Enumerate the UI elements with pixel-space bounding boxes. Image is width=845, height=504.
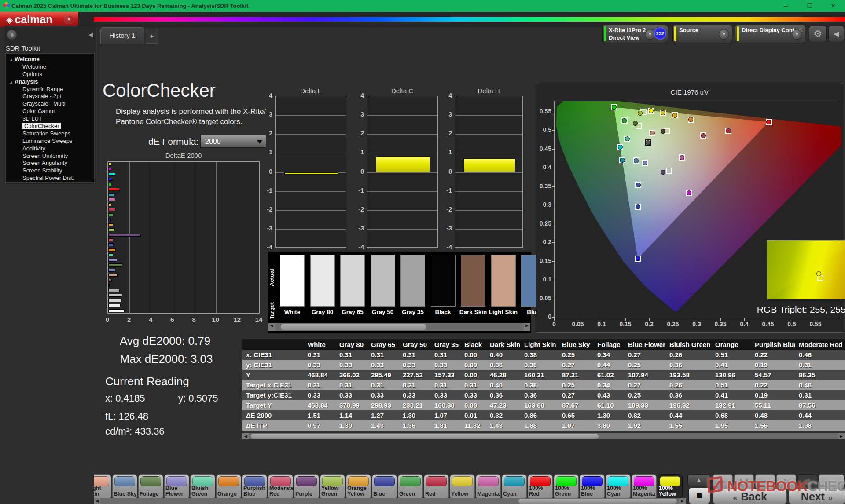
scroll-right-icon[interactable]: ▶ (838, 433, 845, 439)
source-selector[interactable]: Source ▼ (672, 25, 732, 43)
patch-bar-expand-button[interactable]: ▲ (687, 474, 710, 486)
sidebar-item-screen-stability[interactable]: Screen Stability (6, 167, 94, 175)
patch-white[interactable] (280, 255, 305, 307)
patch-button-orange-yellow[interactable]: Orange Yellow (346, 474, 371, 498)
patch-black[interactable] (431, 255, 456, 307)
toolbar-button-2[interactable]: ❚❚ (734, 474, 754, 489)
sidebar-item-spectral-power-dist-[interactable]: Spectral Power Dist. (6, 175, 94, 182)
patch-button-100-blue[interactable]: 100% Blue (580, 474, 605, 498)
sidebar-item-luminance-sweeps[interactable]: Luminance Sweeps (6, 138, 94, 145)
toolbar-button-3[interactable]: ● (755, 474, 775, 489)
sidebar-item-analysis[interactable]: Analysis (6, 78, 94, 86)
sidebar-item-grayscale-2pt[interactable]: Grayscale - 2pt (6, 93, 94, 100)
scroll-right-icon[interactable]: ▶ (524, 323, 530, 331)
patch-gray-80[interactable] (310, 255, 335, 307)
sidebar-item-saturation-sweeps[interactable]: Saturation Sweeps (6, 130, 94, 138)
sidebar-item-welcome[interactable]: Welcome (6, 56, 94, 63)
strip-scrollbar[interactable]: ◀ ▶ (268, 323, 530, 331)
patch-button-blue[interactable]: Blue (372, 474, 397, 498)
close-button[interactable]: ✕ (827, 0, 840, 12)
window-titlebar[interactable]: Calman 2025 Calman Ultimate for Business… (0, 0, 845, 12)
stop-measure-button[interactable]: ■ (688, 488, 710, 504)
de-formula-select[interactable]: 2000 (200, 135, 266, 148)
y-tick: 3 (261, 111, 272, 118)
patch-gray-65[interactable] (340, 255, 365, 307)
deltae-bar-100-yellow (108, 163, 111, 166)
display-control-selector[interactable]: Direct Display Control ▼ (735, 25, 805, 43)
sidebar-item-screen-angularity[interactable]: Screen Angularity (6, 160, 94, 167)
sidebar-item-color-gamut[interactable]: Color Gamut (6, 108, 94, 115)
patch-button-green[interactable]: Green (398, 474, 423, 498)
patch-button-bluish-green[interactable]: Bluish Green (190, 474, 215, 498)
patch-button-orange[interactable]: Orange (216, 474, 241, 498)
patch-gray-50[interactable] (371, 255, 395, 307)
scroll-right-icon[interactable]: ▶ (679, 498, 686, 504)
next-button[interactable]: Next » (789, 489, 845, 504)
scroll-thumb[interactable] (281, 324, 426, 330)
source-status-bar (674, 26, 676, 41)
patch-button-purple[interactable]: Purple (294, 474, 319, 498)
sidebar-item-dynamic-range[interactable]: Dynamic Range (6, 86, 94, 93)
tab-history-1[interactable]: History 1 (100, 27, 144, 44)
color-chip (478, 476, 499, 486)
display-control-dropdown-icon[interactable]: ▼ (792, 29, 802, 40)
back-button[interactable]: « Back (713, 489, 787, 504)
patch-button-100-green[interactable]: 100% Green (554, 474, 579, 498)
patch-button-light-skin[interactable]: Light Skin (94, 474, 111, 498)
sidebar-item-additivity[interactable]: Additivity (6, 145, 94, 153)
scroll-thumb[interactable] (518, 499, 677, 504)
max-de2000: Max dE2000: 3.03 (101, 352, 231, 366)
patch-button-red[interactable]: Red (424, 474, 449, 498)
scroll-left-icon[interactable]: ◀ (268, 323, 275, 331)
patch-button-foliage[interactable]: Foliage (138, 474, 163, 498)
patch-dark-skin[interactable] (461, 255, 485, 307)
calman-dropdown-icon[interactable]: ▼ (64, 15, 73, 24)
patch-button-blue-flower[interactable]: Blue Flower (164, 474, 189, 498)
sidebar-item-options[interactable]: Options (6, 71, 94, 78)
patch-button-moderate-red[interactable]: Moderate Red (268, 474, 293, 498)
patch-button-magenta[interactable]: Magenta (476, 474, 501, 498)
panel-collapse-button[interactable]: ◀ (828, 26, 844, 42)
reading-x: x: 0.4185 (105, 393, 145, 404)
patch-bar-scrollbar[interactable]: ◀ ▶ (94, 498, 686, 504)
patch-button-purplish-blue[interactable]: Purplish Blue (242, 474, 267, 498)
patch-light-skin[interactable] (491, 255, 516, 307)
toolbar-button-6[interactable] (819, 474, 844, 489)
add-tab-button[interactable]: + (146, 29, 158, 44)
sidebar-record-button[interactable] (7, 29, 17, 40)
col-header: Light Skin (521, 339, 558, 350)
sidebar-item-welcome[interactable]: Welcome (6, 63, 94, 71)
patch-button-100-red[interactable]: 100% Red (528, 474, 553, 498)
patch-button-cyan[interactable]: Cyan (502, 474, 527, 498)
y-tick: 0 (353, 168, 364, 175)
patch-button-blue-sky[interactable]: Blue Sky (112, 474, 137, 498)
restore-button[interactable]: ❐ (803, 0, 816, 12)
patch-button-100-cyan[interactable]: 100% Cyan (606, 474, 631, 498)
minimize-button[interactable]: – (779, 0, 792, 12)
scroll-left-icon[interactable]: ◀ (242, 433, 249, 439)
patch-button-yellow-green[interactable]: Yellow Green (320, 474, 345, 498)
scroll-thumb[interactable] (251, 434, 599, 439)
source-dropdown-icon[interactable]: ▼ (719, 29, 729, 40)
delta-l-bar (284, 172, 338, 175)
sidebar-item-colorchecker[interactable]: ColorChecker (6, 123, 94, 130)
patch-button-100-yellow[interactable]: 100% Yellow (658, 474, 683, 498)
sidebar-item-screen-uniformity[interactable]: Screen Uniformity (6, 153, 94, 160)
scroll-left-icon[interactable]: ◀ (94, 498, 100, 504)
calman-menu-button[interactable]: ◈ calman ▼ (0, 12, 78, 27)
y-tick: 0 (441, 168, 452, 175)
sidebar-collapse-icon[interactable]: ◀ (88, 31, 93, 38)
toolbar-button-1[interactable]: ▶ (713, 474, 733, 489)
y-tick: 3 (441, 111, 452, 118)
table-scrollbar[interactable]: ◀ ▶ (242, 433, 845, 439)
patch-button-yellow[interactable]: Yellow (450, 474, 475, 498)
sidebar-item-3d-lut[interactable]: 3D LUT (6, 115, 94, 123)
toolbar-button-5[interactable]: ▦ (797, 474, 817, 489)
patch-gray-35[interactable] (400, 255, 425, 307)
patch-button-100-magenta[interactable]: 100% Magenta (632, 474, 657, 498)
deltae-bar-yellow (108, 203, 111, 206)
settings-gear-button[interactable]: ⚙ (809, 26, 827, 42)
meter-count-badge[interactable]: 232 (654, 27, 666, 40)
sidebar-item-grayscale-multi[interactable]: Grayscale - Multi (6, 100, 94, 108)
toolbar-button-4[interactable]: ↻ (776, 474, 796, 489)
